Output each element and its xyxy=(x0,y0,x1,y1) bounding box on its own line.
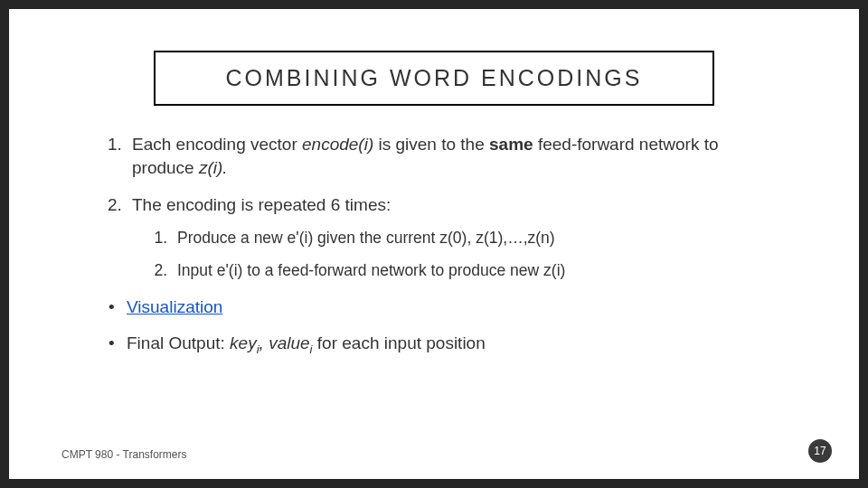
list-item-2-2: Input e'(i) to a feed-forward network to… xyxy=(172,260,770,282)
bullet-visualization: Visualization xyxy=(107,296,770,319)
text: Final Output: xyxy=(127,333,230,352)
text-italic: key xyxy=(230,333,257,352)
slide: COMBINING WORD ENCODINGS Each encoding v… xyxy=(9,9,859,479)
bullet-list: Visualization Final Output: keyi, valuei… xyxy=(103,296,770,357)
page-number-badge: 17 xyxy=(808,439,832,463)
list-item-2-1: Produce a new e'(i) given the current z(… xyxy=(172,228,770,249)
text: The encoding is repeated 6 times: xyxy=(132,195,391,214)
footer-text: CMPT 980 - Transformers xyxy=(61,448,186,461)
text: for each input position xyxy=(313,333,486,352)
slide-title: COMBINING WORD ENCODINGS xyxy=(165,65,703,91)
text-italic: , value xyxy=(259,333,310,352)
bullet-final-output: Final Output: keyi, valuei for each inpu… xyxy=(107,332,770,358)
nested-ordered-list: Produce a new e'(i) given the current z(… xyxy=(132,228,770,281)
text-italic: z(i). xyxy=(199,158,228,177)
list-item-1: Each encoding vector encode(i) is given … xyxy=(127,133,770,179)
list-item-2: The encoding is repeated 6 times: Produc… xyxy=(127,193,770,281)
slide-content: Each encoding vector encode(i) is given … xyxy=(61,133,807,358)
visualization-link[interactable]: Visualization xyxy=(127,297,222,316)
text-italic: encode(i) xyxy=(302,135,373,154)
text: Each encoding vector xyxy=(132,135,302,154)
title-box: COMBINING WORD ENCODINGS xyxy=(154,51,714,106)
text: is given to the xyxy=(373,135,489,154)
text-bold: same xyxy=(489,135,533,154)
ordered-list: Each encoding vector encode(i) is given … xyxy=(103,133,770,281)
